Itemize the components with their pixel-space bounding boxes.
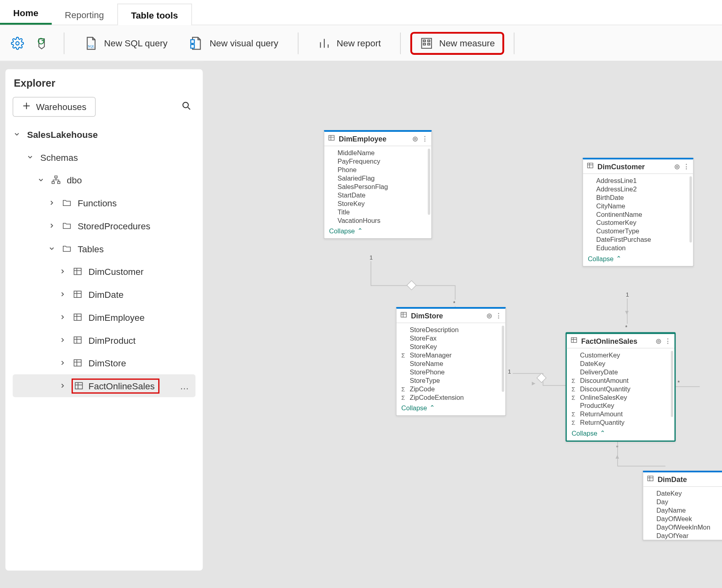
- tree-row-lakehouse[interactable]: SalesLakehouse: [12, 123, 195, 146]
- field-name: Education: [596, 244, 626, 251]
- field-row[interactable]: ContinentName: [584, 210, 692, 218]
- field-row[interactable]: DateFirstPurchase: [584, 235, 692, 244]
- relationship-line: [676, 386, 700, 387]
- visibility-icon[interactable]: ◎: [413, 135, 418, 142]
- field-name: DateKey: [580, 360, 606, 367]
- diagram-canvas[interactable]: 1 * 1 ► 1 ▼ * * * ▲ DimEmployee: [203, 61, 722, 588]
- collapse-button[interactable]: Collapse⌃: [396, 401, 505, 415]
- more-icon[interactable]: ⋮: [665, 338, 671, 344]
- field-row[interactable]: ΣZipCode: [398, 384, 504, 393]
- field-row[interactable]: Education: [584, 244, 692, 252]
- field-row[interactable]: ΣDiscountQuantity: [568, 384, 673, 393]
- more-icon[interactable]: …: [180, 381, 189, 391]
- entity-body: DateKeyDayDayNameDayOfWeekDayOfWeekInMon…: [643, 487, 722, 540]
- field-row[interactable]: DeliveryDate: [568, 368, 673, 376]
- visibility-icon[interactable]: ◎: [656, 338, 661, 344]
- field-row[interactable]: Day: [644, 498, 722, 506]
- settings-button[interactable]: [7, 33, 28, 53]
- field-row[interactable]: VacationHours: [326, 216, 430, 224]
- visibility-icon[interactable]: ◎: [674, 163, 680, 170]
- field-row[interactable]: StoreType: [398, 376, 504, 384]
- tree-row-dimdate[interactable]: DimDate: [12, 283, 195, 306]
- field-row[interactable]: ProductKey: [568, 401, 673, 410]
- field-row[interactable]: CustomerType: [584, 227, 692, 235]
- refresh-button[interactable]: [33, 33, 53, 53]
- field-row[interactable]: ΣReturnQuantity: [568, 418, 673, 427]
- entity-dimemployee[interactable]: DimEmployee ◎ ⋮ MiddleNamePayFrequencyPh…: [324, 130, 432, 239]
- field-row[interactable]: StoreKey: [326, 199, 430, 208]
- new-sql-query-button[interactable]: SQL New SQL query: [75, 32, 176, 54]
- field-row[interactable]: StoreDescription: [398, 326, 504, 334]
- entity-factonlinesales[interactable]: FactOnlineSales ◎ ⋮ CustomerKeyDateKeyDe…: [566, 332, 676, 442]
- entity-dimstore[interactable]: DimStore ◎ ⋮ StoreDescriptionStoreFaxSto…: [396, 307, 506, 416]
- tree-row-dimproduct[interactable]: DimProduct: [12, 328, 195, 351]
- new-visual-query-button[interactable]: New visual query: [180, 32, 286, 54]
- field-row[interactable]: DayName: [644, 506, 722, 515]
- tree-row-tables[interactable]: Tables: [12, 237, 195, 260]
- visibility-icon[interactable]: ◎: [487, 312, 492, 319]
- field-row[interactable]: Phone: [326, 166, 430, 174]
- field-row[interactable]: ΣOnlineSalesKey: [568, 393, 673, 401]
- more-icon[interactable]: ⋮: [422, 135, 428, 142]
- field-row[interactable]: DayOfWeek: [644, 515, 722, 523]
- svg-rect-19: [329, 135, 334, 140]
- tree-row-dbo[interactable]: dbo: [12, 168, 195, 191]
- tab-table-tools[interactable]: Table tools: [117, 4, 192, 25]
- tree-row-dimstore[interactable]: DimStore: [12, 351, 195, 374]
- field-row[interactable]: StoreName: [398, 359, 504, 368]
- chevron-right-icon: [58, 382, 67, 389]
- svg-rect-5: [423, 40, 425, 42]
- entity-title: FactOnlineSales: [581, 337, 637, 345]
- tab-home[interactable]: Home: [0, 2, 52, 25]
- tree-row-functions[interactable]: Functions: [12, 191, 195, 214]
- separator: [514, 32, 515, 54]
- field-name: CustomerType: [596, 227, 639, 235]
- more-icon[interactable]: ⋮: [683, 163, 689, 170]
- tree-row-factonlinesales[interactable]: FactOnlineSales …: [12, 374, 195, 397]
- field-row[interactable]: CityName: [584, 202, 692, 210]
- chevron-down-icon: [12, 131, 21, 138]
- field-row[interactable]: StoreKey: [398, 343, 504, 351]
- field-row[interactable]: SalesPersonFlag: [326, 182, 430, 191]
- tree-row-schemas[interactable]: Schemas: [12, 145, 195, 168]
- collapse-button[interactable]: Collapse⌃: [324, 224, 432, 238]
- new-report-button[interactable]: New report: [309, 33, 389, 53]
- search-button[interactable]: [178, 97, 196, 116]
- field-row[interactable]: DayOfYear: [644, 532, 722, 540]
- field-row[interactable]: BirthDate: [584, 193, 692, 202]
- tree-row-dimcustomer[interactable]: DimCustomer: [12, 260, 195, 283]
- more-icon[interactable]: ⋮: [496, 312, 502, 319]
- tree-row-dimemployee[interactable]: DimEmployee: [12, 306, 195, 329]
- collapse-button[interactable]: Collapse⌃: [567, 427, 674, 440]
- field-row[interactable]: StorePhone: [398, 368, 504, 376]
- tree-label: Functions: [78, 198, 117, 208]
- svg-rect-14: [74, 291, 81, 297]
- field-row[interactable]: Title: [326, 208, 430, 216]
- field-row[interactable]: DateKey: [644, 489, 722, 498]
- entity-dimcustomer[interactable]: DimCustomer ◎ ⋮ AddressLine1AddressLine2…: [583, 158, 694, 266]
- field-row[interactable]: StartDate: [326, 191, 430, 199]
- field-row[interactable]: ΣReturnAmount: [568, 410, 673, 418]
- entity-dimdate[interactable]: DimDate DateKeyDayDayNameDayOfWeekDayOfW…: [643, 471, 722, 540]
- field-row[interactable]: CustomerKey: [568, 351, 673, 359]
- field-row[interactable]: CustomerKey: [584, 218, 692, 227]
- field-row[interactable]: AddressLine2: [584, 185, 692, 193]
- field-row[interactable]: StoreFax: [398, 334, 504, 343]
- field-row[interactable]: DateKey: [568, 359, 673, 368]
- add-warehouses-button[interactable]: Warehouses: [12, 97, 95, 116]
- tree-row-storedprocedures[interactable]: StoredProcedures: [12, 214, 195, 237]
- field-row[interactable]: MiddleName: [326, 149, 430, 157]
- new-measure-button[interactable]: New measure: [411, 33, 503, 53]
- field-row[interactable]: ΣZipCodeExtension: [398, 393, 504, 401]
- direction-arrow-icon: ▲: [614, 454, 620, 460]
- tab-reporting[interactable]: Reporting: [52, 4, 117, 25]
- field-row[interactable]: SalariedFlag: [326, 174, 430, 183]
- field-row[interactable]: ΣStoreManager: [398, 351, 504, 359]
- field-row[interactable]: ΣDiscountAmount: [568, 376, 673, 384]
- field-row[interactable]: DayOfWeekInMon: [644, 523, 722, 532]
- field-row[interactable]: AddressLine1: [584, 177, 692, 185]
- field-row[interactable]: PayFrequency: [326, 157, 430, 166]
- direction-arrow-icon: ▼: [624, 310, 630, 316]
- field-name: StoreDescription: [410, 326, 459, 333]
- collapse-button[interactable]: Collapse⌃: [583, 252, 693, 266]
